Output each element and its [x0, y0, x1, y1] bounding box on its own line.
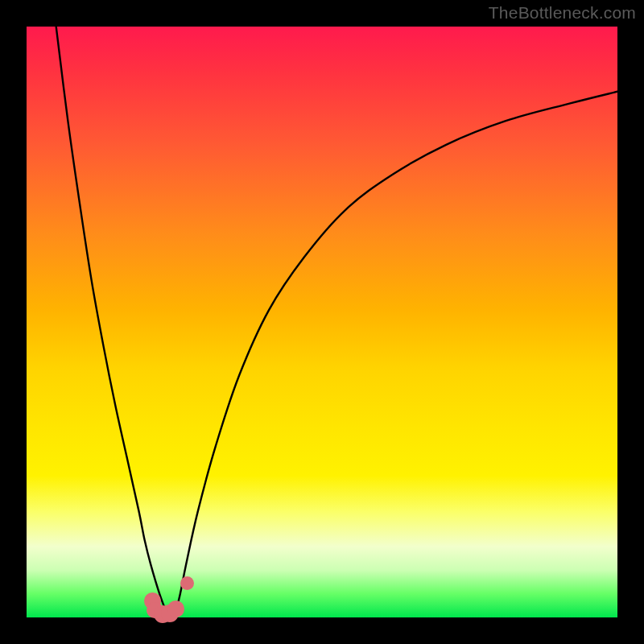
chart-curves-svg	[27, 27, 617, 617]
curve-left	[56, 27, 168, 617]
chart-frame: TheBottleneck.com	[0, 0, 644, 644]
watermark-text: TheBottleneck.com	[489, 3, 636, 23]
curve-right	[175, 92, 618, 617]
chart-plot-area	[27, 27, 617, 617]
marker-dot	[167, 601, 184, 617]
